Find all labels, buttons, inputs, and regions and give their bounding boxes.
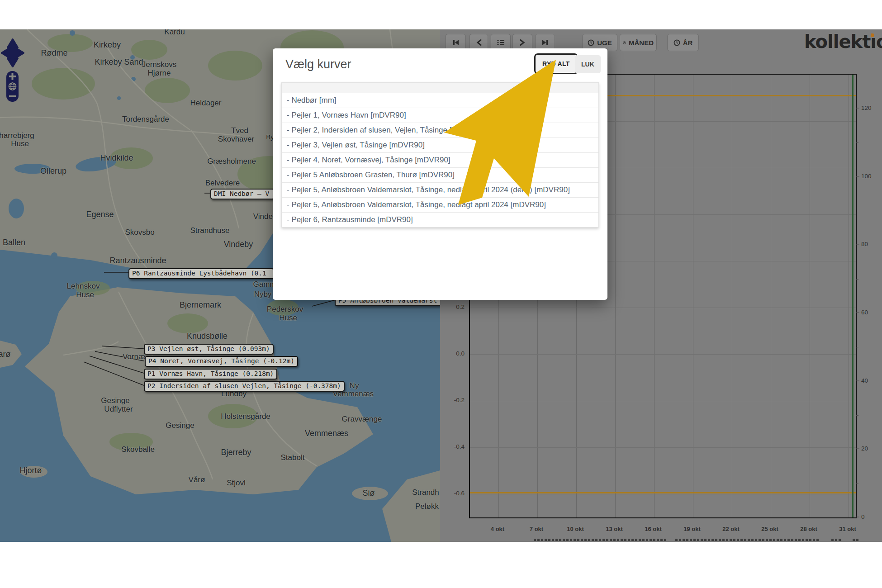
globe-icon[interactable] <box>9 83 16 90</box>
map-place-label: Tordensgårde <box>122 115 169 124</box>
clock-icon <box>588 39 594 46</box>
map-place-label: Lehnskov <box>67 282 100 291</box>
map-place-label: Siø <box>363 488 375 498</box>
left-axis-tick-label: 0.2 <box>456 303 465 310</box>
map-place-label: Gesinge <box>101 396 129 405</box>
right-axis-tick-label: 0 <box>861 513 865 520</box>
gridline <box>849 75 849 517</box>
chevron-left-icon <box>476 39 482 46</box>
gridline <box>470 401 856 401</box>
map-place-label: Vindeby <box>224 240 253 249</box>
curve-list-item[interactable]: - Pejler 6, Rantzausminde [mDVR90] <box>282 213 598 227</box>
map-place-label: Strandhuse <box>190 226 230 235</box>
right-axis-tick-label: 20 <box>861 445 868 452</box>
gridline <box>693 75 693 517</box>
map-place-label: Bjerreby <box>221 448 251 457</box>
right-axis-tick-label: 120 <box>861 104 872 111</box>
clear-all-button[interactable]: RYD ALT <box>534 53 578 74</box>
curve-list-header <box>282 83 598 93</box>
app-screen: KarduRødmeKirkebyKirkeby SandJernskovsHj… <box>0 0 882 588</box>
x-axis-tick-label: 16 okt <box>645 526 662 532</box>
map-place-label: Ballen <box>3 238 25 247</box>
chevron-right-icon <box>520 39 525 46</box>
x-axis: 4 okt7 okt10 okt13 okt16 okt19 okt22 okt… <box>469 522 855 536</box>
year-button[interactable]: ÅR <box>667 34 699 51</box>
dialog-title: Vælg kurver <box>285 57 351 71</box>
map-place-label: Stabolt <box>281 453 305 462</box>
map-place-label: Hjørne <box>147 69 171 78</box>
left-axis-tick-label: -0.6 <box>454 490 465 497</box>
x-axis-tick-label: 31 okt <box>839 526 856 532</box>
curve-list-item[interactable]: - Pejler 5, Anløbsbroen Valdemarslot, Tå… <box>282 183 598 198</box>
map-place-label: Egense <box>86 210 114 219</box>
station-marker-label[interactable]: DMI Nedbør – V <box>210 189 275 199</box>
map-place-label: Kirkeby <box>94 40 121 50</box>
curve-list-item[interactable]: - Pejler 2, Indersiden af slusen, Vejlen… <box>282 123 598 138</box>
map-place-label: Nyby <box>254 290 272 299</box>
clipped-legend-fragment <box>831 539 842 541</box>
select-curves-dialog: Vælg kurver RYD ALT LUK - Nedbør [mm]- P… <box>273 48 607 300</box>
x-axis-tick-label: 10 okt <box>567 526 584 532</box>
station-marker-label[interactable]: P6 Rantzausminde Lystbådehavn (0.1 <box>128 268 274 279</box>
station-marker-label[interactable]: P3 Vejlen øst, Tåsinge (0.093m) <box>144 344 274 355</box>
curve-list-item[interactable]: - Pejler 5, Anløbsbroen Valdemarslot, Tå… <box>282 198 598 213</box>
curve-list-item[interactable]: - Nedbør [mm] <box>282 93 598 108</box>
map-place-label: Jernskovs <box>142 60 177 69</box>
clipped-legend-fragment <box>675 539 819 541</box>
map-place-label: Kirkeby Sand <box>95 57 143 67</box>
map-place-label: Skovballe <box>121 445 155 454</box>
map-place-label: Pederskov <box>267 305 303 314</box>
close-button[interactable]: LUK <box>575 55 601 73</box>
curve-list-item[interactable]: - Pejler 5 Anløbsbroen Grasten, Thurø [m… <box>282 168 598 183</box>
map-place-label: Holstensgårde <box>221 412 270 421</box>
map-place-label: Rødme <box>41 48 67 58</box>
map-place-label: Rantzausminde <box>109 256 166 266</box>
clipped-legend-fragment <box>853 539 859 541</box>
x-axis-tick-label: 13 okt <box>606 526 623 532</box>
map-place-label: Heldager <box>190 99 222 108</box>
gridline <box>771 75 771 517</box>
pan-compass[interactable] <box>2 39 24 66</box>
gridline <box>470 354 856 355</box>
right-axis-tick-label: 100 <box>861 173 872 180</box>
month-button-label: MÅNED <box>629 39 654 47</box>
map-place-label: Tved <box>231 126 248 135</box>
map-place-label: Vemmenæs <box>305 429 348 438</box>
map-place-label: Knudsbølle <box>187 332 228 341</box>
map-place-label: harrebjerg <box>0 131 34 140</box>
map-place-label: Huse <box>11 139 29 148</box>
map-place-label: Gravvænge <box>342 415 382 424</box>
right-axis-tick-label: 40 <box>861 377 868 384</box>
skip-to-end-icon <box>542 39 549 46</box>
x-axis-tick-label: 4 okt <box>491 526 504 532</box>
curve-rows: - Nedbør [mm]- Pejler 1, Vornæs Havn [mD… <box>282 93 598 227</box>
clock-icon <box>673 39 680 46</box>
gridline <box>654 75 654 517</box>
map-pan-zoom-controls[interactable] <box>0 29 32 109</box>
right-axis: 120100806040200 <box>858 74 881 517</box>
map-place-label: Skovhaver <box>218 135 254 144</box>
gridline <box>470 447 856 448</box>
month-button[interactable]: MÅNED <box>620 34 657 51</box>
curve-list-item[interactable]: - Pejler 3, Vejlen øst, Tåsinge [mDVR90] <box>282 138 598 153</box>
clock-icon <box>623 39 626 46</box>
list-icon <box>497 39 504 46</box>
gridline <box>470 494 856 494</box>
x-axis-tick-label: 28 okt <box>800 526 817 532</box>
green-current-date-line <box>852 75 854 517</box>
curve-list-item[interactable]: - Pejler 1, Vornæs Havn [mDVR90] <box>282 108 598 123</box>
map-place-label: Ny <box>350 381 359 390</box>
map-place-label: Gesinge <box>166 421 194 430</box>
gridline <box>732 75 732 517</box>
zoom-out-icon[interactable] <box>9 95 16 97</box>
station-marker-label[interactable]: P2 Indersiden af slusen Vejlen, Tåsinge … <box>144 381 345 392</box>
map-place-label: Hvidkilde <box>100 153 133 163</box>
kollektio-logo: kollektıo <box>804 31 872 52</box>
station-marker-label[interactable]: P4 Noret, Vornæsvej, Tåsinge (-0.12m) <box>145 356 298 367</box>
week-button-label: UGE <box>597 39 612 47</box>
curve-list-item[interactable]: - Pejler 4, Noret, Vornæsvej, Tåsinge [m… <box>282 153 598 168</box>
station-marker-label[interactable]: P1 Vornæs Havn, Tåsinge (0.218m) <box>144 369 277 379</box>
left-axis-tick-label: -0.4 <box>454 443 465 450</box>
gridline <box>615 75 616 517</box>
left-axis-tick-label: -0.2 <box>454 397 465 403</box>
